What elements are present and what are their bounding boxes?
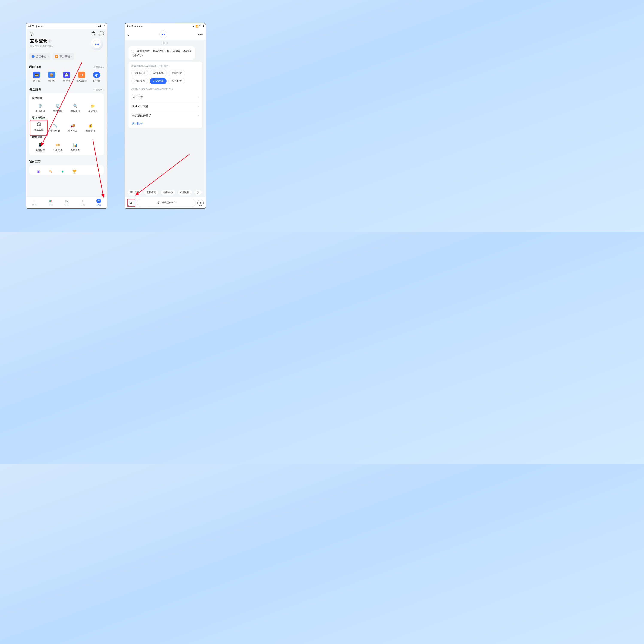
- interact-icon-1[interactable]: ▣: [35, 168, 42, 175]
- svg-rect-4: [129, 202, 133, 204]
- diamond-icon: [31, 55, 35, 58]
- star-icon: ★: [55, 55, 58, 58]
- order-pending-receive[interactable]: 📦待收货: [45, 72, 58, 83]
- avatar[interactable]: [91, 38, 103, 50]
- svc-locations[interactable]: 🚚服务网点: [64, 121, 82, 135]
- svc-apply-after[interactable]: 🔧申请售后: [46, 121, 64, 135]
- svc-online-support[interactable]: 🎧在线客服: [30, 120, 48, 136]
- category-chip[interactable]: 功能操作: [131, 78, 148, 84]
- svg-point-8: [132, 202, 132, 203]
- member-center-pill[interactable]: 会员中心›: [29, 53, 50, 60]
- status-indicators: ◉ ▮ ▮ ☁: [134, 25, 143, 27]
- question-row[interactable]: 充电异常›: [131, 93, 199, 102]
- interact-icon-4[interactable]: 🏆: [71, 168, 78, 175]
- categories-heading: 看看全能的小V都能解决什么问题吧~: [131, 65, 199, 68]
- chevron-right-icon: ›: [198, 105, 199, 108]
- svc-recharge[interactable]: 💴手机充值: [49, 141, 67, 154]
- svc-faq[interactable]: 📁常见问题: [84, 102, 102, 115]
- bot-avatar: [159, 30, 167, 38]
- svg-rect-9: [130, 203, 132, 204]
- services-card: 自助排查 🛡️手机检测 🗑️空间清理 🔍查找手机 📁常见问题 咨询与维修 🎧在线…: [29, 93, 104, 155]
- suggestion-chip[interactable]: 购机指南: [144, 190, 159, 195]
- keyboard-highlight: [127, 199, 135, 207]
- interact-icon-2[interactable]: ✎: [47, 168, 54, 175]
- suggestion-chip[interactable]: 以: [194, 190, 202, 195]
- phone-left: 09:09 ❚ ◉ ▮ ▮ ▣ ≡ 立即登录 › 登录享受更多会员权益: [26, 23, 107, 209]
- orders-title: 我的订单: [29, 65, 41, 69]
- svc-free-data[interactable]: 📊免流服务: [67, 141, 84, 154]
- status-indicators: ❚ ◉ ▮ ▮: [36, 25, 44, 27]
- message-time: 09:11: [125, 40, 206, 46]
- more-button[interactable]: •••: [198, 32, 203, 37]
- svg-point-7: [131, 202, 132, 203]
- order-recycle[interactable]: ◐回收单: [90, 72, 103, 83]
- question-row[interactable]: SIM卡不识别›: [131, 102, 199, 111]
- input-bar: 按住说话转文字 ＋: [125, 197, 206, 208]
- interact-title: 我的互动: [29, 160, 41, 164]
- order-refund[interactable]: ↺退货/退款: [75, 72, 88, 83]
- nav-member[interactable]: ◈会员: [75, 197, 91, 208]
- category-chip[interactable]: 热门问题: [131, 70, 148, 76]
- category-chip[interactable]: 帐号相关: [168, 78, 185, 84]
- nav-community[interactable]: 💬社区: [58, 197, 74, 208]
- hint-text: 您可以直接输入关键词或像这样问小V哦: [131, 87, 199, 90]
- refresh-icon: ⟳: [140, 122, 143, 125]
- svc-space-clean[interactable]: 🗑️空间清理: [49, 102, 67, 115]
- chat-header: ‹ •••: [125, 29, 206, 40]
- order-pending-pay[interactable]: 💳待付款: [30, 72, 43, 83]
- svc-find-phone[interactable]: 🔍查找手机: [67, 102, 84, 115]
- status-time: 09:09: [28, 25, 34, 27]
- chevron-right-icon: ›: [198, 114, 199, 117]
- aftersale-title: 售后服务: [29, 88, 41, 92]
- all-orders-link[interactable]: 全部订单›: [93, 66, 104, 69]
- svg-point-5: [130, 202, 130, 203]
- order-pending-review[interactable]: 💬待评价: [60, 72, 73, 83]
- cart-icon[interactable]: [91, 31, 96, 36]
- nav-mine[interactable]: ••我的: [91, 197, 107, 208]
- voice-input-button[interactable]: 按住说话转文字: [137, 199, 196, 207]
- suggestion-chip[interactable]: 商城活动: [127, 190, 142, 195]
- category-chip[interactable]: 产品故障: [150, 78, 167, 84]
- points-mall-pill[interactable]: ★ 积分商城›: [53, 53, 74, 60]
- refresh-link[interactable]: 换一批⟳: [131, 120, 199, 126]
- back-button[interactable]: ‹: [128, 32, 129, 37]
- status-time: 09:12: [127, 25, 133, 27]
- interact-icon-3[interactable]: ✦: [59, 168, 66, 175]
- login-button[interactable]: 立即登录 ›: [30, 38, 91, 44]
- chevron-right-icon: ›: [198, 96, 199, 99]
- greeting-bubble: Hi，亲爱的V粉，新年快乐！有什么问题，不妨问问小V吧~: [128, 46, 195, 60]
- chevron-right-icon: ›: [48, 39, 52, 43]
- login-subtitle: 登录享受更多会员权益: [30, 45, 91, 48]
- categories-bubble: 看看全能的小V都能解决什么问题吧~ 热门问题OriginOS商城相关功能操作产品…: [128, 62, 202, 128]
- message-icon[interactable]: ≡: [99, 31, 104, 36]
- suggestion-chip[interactable]: 机型对比: [177, 190, 192, 195]
- svg-point-6: [131, 202, 131, 203]
- svc-free-film[interactable]: 📱免费贴膜: [31, 141, 49, 154]
- question-row[interactable]: 手机或配件坏了›: [131, 111, 199, 120]
- status-right: ▣📶: [192, 25, 204, 28]
- category-chip[interactable]: 商城相关: [169, 70, 185, 76]
- suggestion-chip[interactable]: 领券中心: [161, 190, 176, 195]
- status-right: ▣: [97, 25, 105, 28]
- nav-shop[interactable]: 🛍️选购: [42, 197, 58, 208]
- add-button[interactable]: ＋: [197, 200, 204, 206]
- phone-right: 09:12 ◉ ▮ ▮ ☁ ▣📶 ‹ ••• 09:11 Hi，亲爱的V粉，新年…: [125, 23, 206, 209]
- svg-point-1: [31, 33, 32, 34]
- svg-marker-0: [30, 32, 33, 36]
- nav-featured[interactable]: ♡精选: [26, 197, 42, 208]
- interact-card: ▣ ✎ ✦ 🏆: [29, 165, 104, 175]
- self-check-title: 自助排查: [31, 96, 102, 102]
- status-bar: 09:12 ◉ ▮ ▮ ☁ ▣📶: [125, 23, 206, 29]
- all-services-link[interactable]: 全部服务›: [93, 88, 104, 91]
- suggestion-row: 商城活动购机指南领券中心机型对比以: [125, 188, 206, 197]
- category-chip[interactable]: OriginOS: [150, 70, 167, 76]
- svc-repair-price[interactable]: 💰维修价格: [82, 121, 99, 135]
- svc-phone-check[interactable]: 🛡️手机检测: [31, 102, 49, 115]
- keyboard-toggle[interactable]: [128, 200, 134, 206]
- settings-hex-icon[interactable]: [29, 31, 34, 36]
- status-bar: 09:09 ❚ ◉ ▮ ▮ ▣: [26, 23, 107, 29]
- bottom-nav: ♡精选 🛍️选购 💬社区 ◈会员 ••我的: [26, 196, 107, 208]
- orders-row: 💳待付款 📦待收货 💬待评价 ↺退货/退款 ◐回收单: [29, 71, 104, 86]
